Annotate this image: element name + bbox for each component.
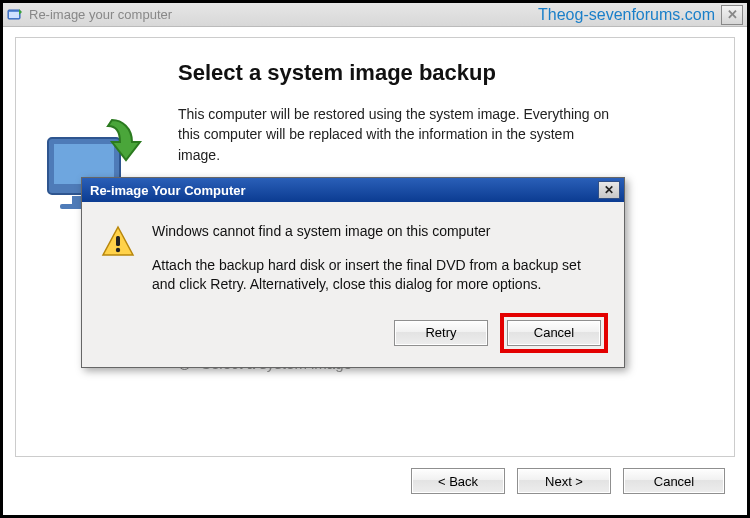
svg-point-7 — [116, 248, 120, 252]
next-button[interactable]: Next > — [517, 468, 611, 494]
wizard-cancel-button[interactable]: Cancel — [623, 468, 725, 494]
wizard-close-button[interactable]: ✕ — [721, 5, 743, 25]
page-heading: Select a system image backup — [178, 60, 716, 86]
svg-rect-1 — [9, 12, 19, 18]
dialog-body: Windows cannot find a system image on th… — [82, 202, 624, 303]
dialog-message-primary: Windows cannot find a system image on th… — [152, 222, 606, 242]
dialog-title: Re-image Your Computer — [90, 183, 246, 198]
dialog-text: Windows cannot find a system image on th… — [142, 222, 606, 295]
cancel-highlight: Cancel — [500, 313, 608, 353]
retry-button[interactable]: Retry — [394, 320, 488, 346]
dialog-cancel-button[interactable]: Cancel — [507, 320, 601, 346]
dialog-titlebar: Re-image Your Computer ✕ — [82, 178, 624, 202]
watermark-text: Theog-sevenforums.com — [538, 6, 715, 24]
wizard-titlebar: Re-image your computer Theog-sevenforums… — [3, 3, 747, 27]
dialog-close-button[interactable]: ✕ — [598, 181, 620, 199]
dialog-message-secondary: Attach the backup hard disk or insert th… — [152, 256, 606, 295]
svg-rect-6 — [116, 236, 120, 246]
back-button[interactable]: < Back — [411, 468, 505, 494]
wizard-button-row: < Back Next > Cancel — [15, 457, 735, 505]
wizard-title: Re-image your computer — [29, 7, 172, 22]
page-description: This computer will be restored using the… — [178, 104, 618, 165]
wizard-icon — [7, 7, 23, 23]
error-dialog: Re-image Your Computer ✕ Windows cannot … — [81, 177, 625, 368]
dialog-button-row: Retry Cancel — [82, 303, 624, 367]
warning-icon — [100, 222, 142, 295]
